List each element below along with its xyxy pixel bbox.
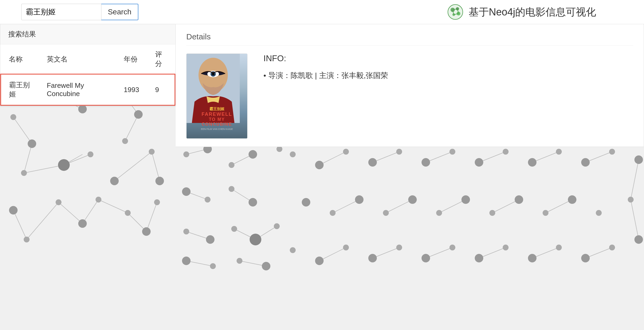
network-node: [290, 151, 296, 157]
details-header: Details: [186, 32, 633, 46]
network-node: [634, 235, 643, 244]
network-node: [422, 158, 430, 167]
poster-subtitle: EEN FILM VAN CHEN KAIGE: [201, 128, 233, 130]
network-node: [205, 197, 210, 203]
network-node: [568, 195, 576, 204]
result-row-0[interactable]: 霸王别姬Farewell My Concubine19939: [1, 74, 175, 105]
svg-line-15: [59, 202, 82, 224]
network-node: [183, 229, 189, 234]
svg-line-65: [631, 160, 639, 200]
network-node: [24, 237, 30, 242]
svg-line-5: [125, 114, 138, 141]
network-node: [343, 149, 349, 155]
result-name: 霸王别姬: [1, 74, 39, 105]
poster-title-en2: TO MY: [201, 117, 233, 122]
bullet-point: •: [263, 70, 266, 82]
results-table-header-row: 名称 英文名 年份 评分: [1, 44, 175, 74]
svg-line-6: [13, 117, 32, 144]
search-results-panel: 搜索结果 名称 英文名 年份 评分 霸王别姬Farewell My Concub…: [0, 24, 176, 106]
app-title: 基于Neo4j的电影信息可视化: [469, 5, 596, 19]
svg-line-13: [13, 210, 27, 240]
network-node: [503, 245, 509, 250]
network-node: [134, 110, 143, 119]
result-score: 9: [147, 74, 175, 105]
network-node: [10, 114, 16, 120]
network-node: [229, 186, 234, 192]
network-node: [274, 223, 280, 229]
network-node: [78, 105, 87, 113]
logo-icon: [447, 4, 463, 20]
network-node: [110, 177, 119, 185]
svg-line-58: [319, 248, 346, 261]
info-text: 导演：陈凯歌 | 主演：张丰毅,张国荣: [268, 70, 388, 82]
network-node: [210, 263, 216, 269]
network-node: [9, 206, 18, 214]
svg-line-19: [146, 202, 157, 232]
network-node: [330, 210, 336, 216]
info-detail: • 导演：陈凯歌 | 主演：张丰毅,张国荣: [263, 70, 633, 82]
search-input[interactable]: [21, 4, 101, 20]
poster-title-en3: CONCUBINE: [201, 122, 233, 127]
network-node: [182, 257, 191, 265]
network-node: [78, 219, 87, 228]
col-year: 年份: [116, 44, 147, 74]
poster-title-cn: 霸王别姬: [201, 107, 233, 112]
network-node: [343, 245, 349, 250]
network-node: [556, 245, 562, 250]
search-area: Search: [21, 4, 138, 20]
network-node: [183, 151, 189, 157]
network-node: [125, 210, 131, 216]
network-node: [122, 138, 128, 144]
network-node: [422, 254, 430, 262]
result-year: 1993: [116, 74, 147, 105]
svg-line-7: [24, 144, 32, 173]
network-node: [28, 139, 36, 148]
network-node: [449, 149, 455, 155]
svg-line-47: [319, 152, 346, 165]
search-button[interactable]: Search: [101, 4, 138, 20]
network-node: [581, 254, 590, 262]
network-node: [489, 210, 495, 216]
network-node: [56, 199, 61, 205]
network-node: [609, 245, 615, 250]
network-node: [315, 257, 324, 265]
network-node: [149, 149, 155, 155]
info-label: INFO:: [263, 53, 633, 63]
network-node: [609, 149, 615, 155]
poster-title-en1: FAREWELL: [201, 112, 233, 117]
network-node: [315, 161, 324, 169]
network-node: [154, 199, 160, 205]
network-node: [21, 170, 27, 176]
col-name: 名称: [1, 44, 39, 74]
details-content: 霸王别姬 FAREWELL TO MY CONCUBINE EEN FILM V…: [186, 53, 633, 139]
network-node: [206, 235, 214, 244]
movie-poster: 霸王别姬 FAREWELL TO MY CONCUBINE EEN FILM V…: [186, 53, 247, 139]
network-node: [142, 227, 151, 236]
network-node: [368, 158, 377, 167]
network-node: [155, 177, 164, 185]
network-node: [182, 187, 191, 196]
network-node: [229, 162, 234, 168]
network-node: [231, 226, 237, 232]
svg-line-17: [98, 200, 128, 213]
network-node: [515, 195, 523, 204]
network-node: [58, 159, 70, 171]
search-results-header: 搜索结果: [0, 24, 175, 44]
network-node: [503, 149, 509, 155]
network-node: [276, 146, 282, 152]
topbar: Search 基于Neo4j的电影信息可视化: [0, 0, 644, 24]
network-node: [250, 234, 261, 245]
svg-point-67: [448, 5, 463, 19]
network-node: [528, 254, 536, 262]
network-node: [461, 195, 470, 204]
network-node: [383, 210, 389, 216]
network-node: [262, 262, 270, 270]
details-panel: Details: [176, 24, 644, 147]
network-node: [237, 258, 242, 264]
network-node: [302, 198, 310, 207]
col-score: 评分: [147, 44, 175, 74]
network-node: [581, 158, 590, 167]
svg-line-14: [27, 202, 59, 240]
network-node: [556, 149, 562, 155]
network-node: [436, 210, 442, 216]
